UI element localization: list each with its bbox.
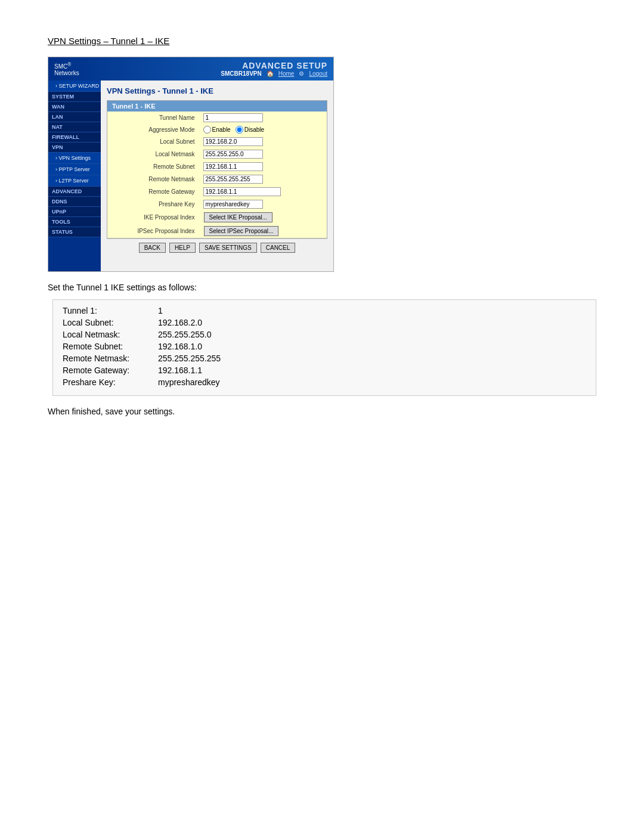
settings-row-remote-subnet: Remote Subnet: 192.168.1.0 [63, 342, 586, 351]
settings-row-tunnel: Tunnel 1: 1 [63, 306, 586, 315]
table-row: Local Subnet [107, 135, 327, 148]
aggressive-mode-group: Enable Disable [203, 126, 323, 134]
sidebar-item-wan[interactable]: WAN [48, 102, 101, 112]
table-row: Remote Subnet [107, 160, 327, 173]
settings-value-remote-gateway: 192.168.1.1 [158, 366, 202, 375]
form-section: Tunnel 1 - IKE Tunnel Name Aggressive Mo… [107, 100, 327, 239]
settings-table: Tunnel 1: 1 Local Subnet: 192.168.2.0 Lo… [52, 299, 596, 396]
settings-value-local-subnet: 192.168.2.0 [158, 318, 202, 327]
aggressive-disable-radio[interactable] [236, 126, 243, 134]
router-body: › SETUP WIZARD SYSTEM WAN LAN NAT FIREWA… [48, 80, 333, 271]
header-right: ADVANCED SETUP SMCBR18VPN 🏠 Home ⚙ Logou… [221, 61, 327, 77]
aggressive-disable-label[interactable]: Disable [236, 126, 264, 134]
logout-link[interactable]: Logout [309, 70, 327, 77]
form-section-header: Tunnel 1 - IKE [107, 101, 327, 112]
preshare-key-input[interactable] [203, 200, 263, 209]
sidebar-item-status[interactable]: STATUS [48, 227, 101, 237]
local-subnet-input[interactable] [203, 137, 263, 146]
table-row: IPSec Proposal Index Select IPSec Propos… [107, 224, 327, 238]
settings-value-tunnel: 1 [158, 306, 163, 315]
ike-proposal-button[interactable]: Select IKE Proposal... [204, 212, 273, 222]
ipsec-proposal-button[interactable]: Select IPSec Proposal... [204, 226, 279, 236]
settings-label-local-netmask: Local Netmask: [63, 330, 158, 339]
brand-super: ® [67, 61, 71, 67]
settings-row-local-subnet: Local Subnet: 192.168.2.0 [63, 318, 586, 327]
cancel-button[interactable]: CANCEL [261, 243, 296, 253]
table-row: Local Netmask [107, 148, 327, 160]
main-content: VPN Settings - Tunnel 1 - IKE Tunnel 1 -… [101, 80, 333, 271]
help-button[interactable]: HELP [169, 243, 196, 253]
preshare-key-label: Preshare Key [107, 198, 200, 210]
settings-label-local-subnet: Local Subnet: [63, 318, 158, 327]
remote-gateway-input[interactable] [203, 187, 281, 196]
sidebar-item-vpn-settings[interactable]: › VPN Settings [48, 153, 101, 164]
sidebar-item-l2tp-server[interactable]: › L2TP Server [48, 175, 101, 187]
settings-value-preshare-key: mypresharedkey [158, 377, 220, 387]
sidebar-item-ddns[interactable]: DDNS [48, 197, 101, 207]
table-row: IKE Proposal Index Select IKE Proposal..… [107, 210, 327, 224]
back-button[interactable]: BACK [139, 243, 166, 253]
settings-label-remote-subnet: Remote Subnet: [63, 342, 158, 351]
settings-label-remote-netmask: Remote Netmask: [63, 354, 158, 363]
header-info: SMCBR18VPN 🏠 Home ⚙ Logout [221, 70, 327, 77]
local-netmask-label: Local Netmask [107, 148, 200, 160]
settings-row-local-netmask: Local Netmask: 255.255.255.0 [63, 330, 586, 339]
table-row: Tunnel Name [107, 112, 327, 124]
remote-subnet-label: Remote Subnet [107, 160, 200, 173]
brand-sub: Networks [54, 70, 79, 76]
sidebar-item-vpn[interactable]: VPN [48, 143, 101, 153]
sidebar-item-firewall[interactable]: FIREWALL [48, 132, 101, 143]
router-ui: SMC® Networks ADVANCED SETUP SMCBR18VPN … [48, 57, 334, 272]
remote-gateway-label: Remote Gateway [107, 185, 200, 198]
content-header: VPN Settings - Tunnel 1 - IKE [107, 86, 327, 95]
tunnel-name-input[interactable] [203, 113, 263, 122]
save-button[interactable]: SAVE SETTINGS [199, 243, 257, 253]
sidebar-item-tools[interactable]: TOOLS [48, 217, 101, 227]
advanced-label: ADVANCED SETUP [242, 61, 327, 70]
remote-netmask-input[interactable] [203, 175, 263, 184]
settings-label-tunnel: Tunnel 1: [63, 306, 158, 315]
brand-name: SMC® [54, 61, 79, 70]
table-row: Remote Gateway [107, 185, 327, 198]
ike-proposal-label: IKE Proposal Index [107, 210, 200, 224]
sidebar-item-lan[interactable]: LAN [48, 112, 101, 122]
sidebar-item-pptp-server[interactable]: › PPTP Server [48, 164, 101, 175]
settings-label-preshare-key: Preshare Key: [63, 377, 158, 387]
settings-value-local-netmask: 255.255.255.0 [158, 330, 212, 339]
ipsec-proposal-label: IPSec Proposal Index [107, 224, 200, 238]
aggressive-enable-radio[interactable] [203, 126, 211, 134]
home-icon: 🏠 [267, 70, 274, 77]
remote-subnet-input[interactable] [203, 162, 263, 171]
page-title: VPN Settings – Tunnel 1 – IKE [48, 36, 596, 46]
tunnel-name-label: Tunnel Name [107, 112, 200, 124]
sidebar-item-system[interactable]: SYSTEM [48, 92, 101, 102]
local-subnet-label: Local Subnet [107, 135, 200, 148]
local-netmask-input[interactable] [203, 150, 263, 159]
table-row: Preshare Key [107, 198, 327, 210]
aggressive-mode-label: Aggressive Mode [107, 124, 200, 135]
remote-netmask-label: Remote Netmask [107, 173, 200, 185]
table-row: Aggressive Mode Enable Disable [107, 124, 327, 135]
model-label: SMCBR18VPN [221, 70, 261, 77]
smc-logo: SMC® Networks [54, 61, 79, 76]
form-table: Tunnel Name Aggressive Mode Enable D [107, 112, 327, 238]
settings-row-remote-netmask: Remote Netmask: 255.255.255.255 [63, 354, 586, 363]
settings-row-preshare-key: Preshare Key: mypresharedkey [63, 377, 586, 387]
sidebar-item-advanced[interactable]: ADVANCED [48, 187, 101, 197]
aggressive-enable-label[interactable]: Enable [203, 126, 231, 134]
footer-text: When finished, save your settings. [48, 407, 596, 416]
router-header: SMC® Networks ADVANCED SETUP SMCBR18VPN … [48, 57, 333, 80]
description-intro: Set the Tunnel 1 IKE settings as follows… [48, 283, 596, 292]
sidebar-item-nat[interactable]: NAT [48, 122, 101, 132]
action-bar: BACK HELP SAVE SETTINGS CANCEL [107, 239, 327, 256]
settings-row-remote-gateway: Remote Gateway: 192.168.1.1 [63, 366, 586, 375]
sidebar-item-upnp[interactable]: UPnP [48, 207, 101, 217]
settings-value-remote-subnet: 192.168.1.0 [158, 342, 202, 351]
logout-icon: ⚙ [299, 70, 304, 77]
sidebar-item-setup-wizard[interactable]: › SETUP WIZARD [48, 80, 101, 92]
description-section: Set the Tunnel 1 IKE settings as follows… [48, 283, 596, 416]
sidebar: › SETUP WIZARD SYSTEM WAN LAN NAT FIREWA… [48, 80, 101, 271]
settings-value-remote-netmask: 255.255.255.255 [158, 354, 221, 363]
home-link[interactable]: Home [278, 70, 295, 77]
settings-label-remote-gateway: Remote Gateway: [63, 366, 158, 375]
